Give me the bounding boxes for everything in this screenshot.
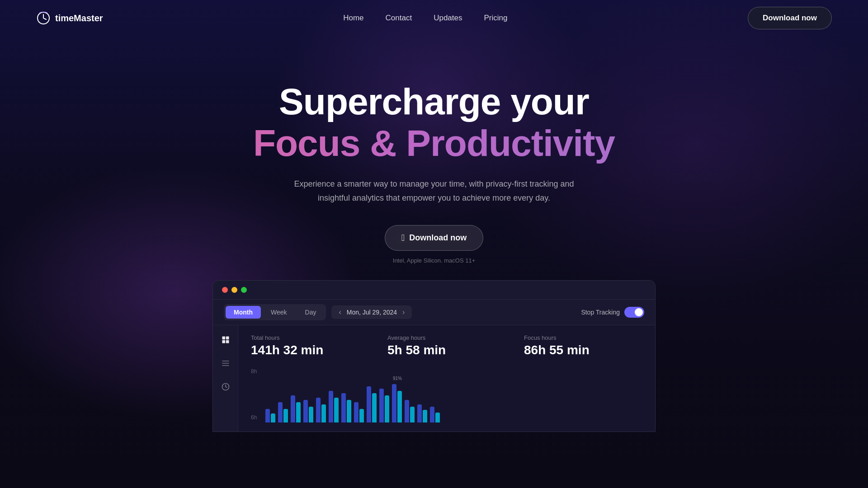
- bar-regular: [367, 386, 371, 422]
- bars-container: 91%: [265, 368, 642, 422]
- stat-focus-label: Focus hours: [524, 334, 642, 341]
- date-prev-button[interactable]: ‹: [337, 308, 343, 316]
- bar-focus: [423, 410, 427, 422]
- tab-week[interactable]: Week: [263, 306, 295, 319]
- logo[interactable]: timeMaster: [36, 11, 103, 25]
- hero-section: Supercharge your Focus & Productivity Ex…: [0, 36, 868, 264]
- bar-regular: [316, 398, 321, 422]
- bar-regular: [265, 409, 270, 422]
- bar-regular: [303, 400, 308, 422]
- window-body: Total hours 141h 32 min Average hours 5h…: [213, 325, 655, 432]
- bar-group: 91%: [392, 384, 402, 422]
- nav-pricing[interactable]: Pricing: [484, 14, 507, 22]
- nav-home[interactable]: Home: [343, 14, 363, 22]
- bar-focus: [359, 409, 364, 422]
- bar-focus: [321, 404, 326, 422]
- bar-focus: [296, 402, 301, 422]
- stat-total-value: 141h 32 min: [251, 343, 369, 357]
- tab-month[interactable]: Month: [226, 306, 261, 319]
- traffic-light-green[interactable]: [241, 287, 247, 293]
- bar-group: [354, 402, 364, 422]
- bar-regular: [354, 402, 359, 422]
- bar-regular: [291, 395, 295, 422]
- bar-focus: [271, 413, 275, 422]
- stop-tracking-control: Stop Tracking: [581, 307, 644, 318]
- sidebar-icon-dashboard[interactable]: [218, 333, 233, 347]
- bar-focus: [309, 407, 313, 422]
- nav-links: Home Contact Updates Pricing: [343, 14, 507, 23]
- stat-total-label: Total hours: [251, 334, 369, 341]
- bar-group: [291, 395, 301, 422]
- sidebar: [213, 325, 238, 432]
- compat-text: Intel, Apple Silicon. macOS 11+: [0, 257, 868, 264]
- bar-regular: [329, 391, 333, 422]
- hero-download-button[interactable]:  Download now: [385, 225, 483, 251]
- stop-tracking-label: Stop Tracking: [581, 309, 620, 316]
- bar-regular: [341, 393, 346, 422]
- period-tabs: Month Week Day: [224, 304, 326, 320]
- bar-regular: [278, 402, 283, 422]
- svg-rect-1: [222, 336, 225, 339]
- bar-focus: [385, 395, 389, 422]
- current-date: Mon, Jul 29, 2024: [347, 309, 397, 316]
- nav-contact[interactable]: Contact: [386, 14, 412, 22]
- traffic-light-yellow[interactable]: [231, 287, 237, 293]
- stat-total-hours: Total hours 141h 32 min: [251, 334, 369, 357]
- bar-group: [278, 402, 288, 422]
- apple-icon: : [401, 233, 405, 243]
- hero-subtitle: Experience a smarter way to manage your …: [294, 177, 574, 205]
- bar-regular: [379, 389, 384, 422]
- bar-group: [329, 391, 339, 422]
- nav-download-button[interactable]: Download now: [748, 7, 832, 29]
- main-content: Total hours 141h 32 min Average hours 5h…: [238, 325, 655, 432]
- tracking-toggle[interactable]: [624, 307, 644, 318]
- bar-percent-label: 91%: [393, 376, 402, 381]
- hero-title-line1: Supercharge your: [0, 81, 868, 122]
- bar-group: [341, 393, 351, 422]
- app-preview: Month Week Day ‹ Mon, Jul 29, 2024 › Sto…: [212, 280, 656, 432]
- window-titlebar: [213, 281, 655, 300]
- y-label-8h: 8h: [251, 368, 257, 375]
- bar-group: [379, 389, 389, 422]
- bar-focus: [435, 413, 440, 422]
- bar-group: [303, 400, 313, 422]
- window-controls-bar: Month Week Day ‹ Mon, Jul 29, 2024 › Sto…: [213, 300, 655, 325]
- chart-y-labels: 8h 6h: [251, 368, 257, 422]
- stat-focus-value: 86h 55 min: [524, 343, 642, 357]
- stat-focus-hours: Focus hours 86h 55 min: [524, 334, 642, 357]
- bar-regular: [430, 407, 434, 422]
- bar-focus: [372, 393, 377, 422]
- y-label-6h: 6h: [251, 414, 257, 421]
- sidebar-icon-files[interactable]: [218, 356, 233, 371]
- stat-average-hours: Average hours 5h 58 min: [387, 334, 506, 357]
- date-navigator: ‹ Mon, Jul 29, 2024 ›: [331, 305, 412, 319]
- bar-focus: [397, 391, 402, 422]
- bar-regular: [405, 400, 409, 422]
- stats-row: Total hours 141h 32 min Average hours 5h…: [251, 334, 642, 357]
- bar-group: [367, 386, 377, 422]
- traffic-light-red[interactable]: [222, 287, 228, 293]
- sidebar-icon-history[interactable]: [218, 380, 233, 394]
- bar-regular: [417, 404, 422, 422]
- bar-group: [265, 409, 275, 422]
- svg-rect-2: [226, 336, 229, 339]
- navbar: timeMaster Home Contact Updates Pricing …: [0, 0, 868, 36]
- date-next-button[interactable]: ›: [401, 308, 406, 316]
- bar-focus: [410, 407, 415, 422]
- bar-group: [405, 400, 415, 422]
- svg-rect-4: [226, 340, 229, 343]
- logo-icon: [36, 11, 51, 25]
- bar-regular: [392, 384, 396, 422]
- tab-day[interactable]: Day: [297, 306, 325, 319]
- chart-area: 8h 6h 91%: [251, 368, 642, 422]
- traffic-lights: [222, 287, 247, 293]
- hero-title-line2: Focus & Productivity: [0, 122, 868, 164]
- nav-updates[interactable]: Updates: [434, 14, 462, 22]
- stat-average-value: 5h 58 min: [387, 343, 506, 357]
- hero-download-label: Download now: [409, 233, 467, 243]
- app-window: Month Week Day ‹ Mon, Jul 29, 2024 › Sto…: [212, 280, 656, 432]
- bar-focus: [347, 400, 351, 422]
- bar-group: [430, 407, 440, 422]
- brand-name: timeMaster: [55, 13, 103, 23]
- bar-focus: [283, 409, 288, 422]
